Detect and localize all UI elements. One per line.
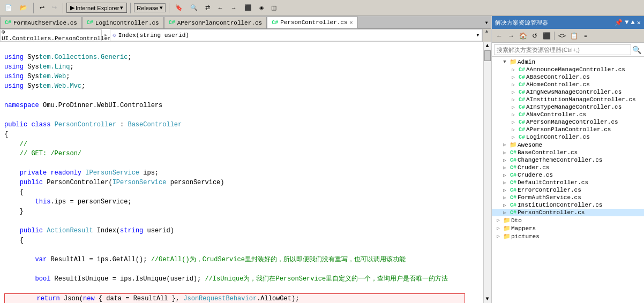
awesome-label: Awesome	[518, 142, 542, 148]
cs-file-icon: C#	[518, 67, 526, 73]
tab-form-auth[interactable]: C# FormAuthService.cs	[0, 17, 82, 28]
file-label: AHomeController.cs	[526, 81, 590, 88]
file-arrow: ▷	[509, 97, 518, 103]
file-label: APersonPlanController.cs	[526, 126, 611, 133]
list-item[interactable]: ▷ C# DefaultController.cs	[492, 179, 644, 186]
tab-close-btn[interactable]: ✕	[350, 19, 353, 26]
cs-file-icon3: C#	[169, 20, 175, 26]
pictures-folder-item[interactable]: ▷ 📁 pictures	[492, 232, 644, 240]
cs-file-icon: C#	[509, 157, 518, 163]
list-item[interactable]: ▷ C# AImgNewsManageController.cs	[492, 88, 644, 96]
release-dropdown-icon: ▾	[160, 4, 163, 11]
cs-file-icon: C#	[5, 20, 11, 26]
list-item[interactable]: ▷ C# AInsTypeManageController.cs	[492, 103, 644, 111]
debug1-btn[interactable]: ⬛	[242, 3, 254, 12]
mappers-folder-item[interactable]: ▷ 📁 Mappers	[492, 224, 644, 232]
code-editor[interactable]: using System.Collections.Generic; using …	[0, 42, 483, 303]
file-arrow: ▷	[500, 157, 509, 163]
list-item[interactable]: ▷ C# LoginController.cs	[492, 133, 644, 141]
release-btn[interactable]: Release ▾	[134, 3, 165, 12]
code-scrollbar-v[interactable]: ▲ ▼	[483, 42, 491, 303]
list-item[interactable]: ▷ C# ChangeThemeController.cs	[492, 156, 644, 164]
main-toolbar: 📄 📂 ↩ ↪ ▶ Internet Explorer ▾ Release ▾ …	[0, 0, 644, 16]
code-content: using System.Collections.Generic; using …	[0, 42, 483, 303]
search-submit-btn[interactable]: 🔍	[631, 44, 642, 55]
cs-file-icon: C#	[518, 112, 526, 118]
pictures-folder-icon: 📁	[503, 233, 511, 240]
undo-btn[interactable]: ↩	[37, 3, 47, 12]
refresh-btn[interactable]: ↺	[529, 31, 540, 41]
code-area: using System.Collections.Generic; using …	[0, 42, 491, 303]
dto-folder-item[interactable]: ▷ 📁 Dto	[492, 216, 644, 224]
tab-person[interactable]: C# PersonController.cs ✕	[267, 17, 357, 28]
scroll-thumb[interactable]	[484, 50, 491, 61]
show-all-btn[interactable]: ≡	[580, 31, 591, 41]
list-item[interactable]: ▷ C# BaseController.cs	[492, 149, 644, 156]
file-label: BaseController.cs	[518, 149, 578, 156]
pin-icon[interactable]: 📌	[615, 19, 623, 27]
nav-back-btn[interactable]: ←	[215, 4, 226, 12]
cs-file-icon: C#	[518, 89, 526, 95]
replace-btn[interactable]: ⇄	[203, 3, 213, 12]
file-label: DefaultController.cs	[518, 179, 588, 186]
cs-file-icon: C#	[509, 202, 518, 208]
scroll-down-arrow[interactable]: ▼	[484, 295, 490, 303]
bookmark-btn[interactable]: 🔖	[173, 3, 185, 12]
admin-folder-item[interactable]: ▼ 📁 Admin	[492, 58, 644, 66]
prop-pages-btn[interactable]: 📋	[568, 31, 579, 41]
code-view-btn[interactable]: <>	[557, 31, 567, 41]
scroll-up-arrow[interactable]: ▲	[484, 42, 490, 50]
list-item[interactable]: ▷ C# Cruder.cs	[492, 164, 644, 171]
cs-file-icon: C#	[509, 195, 518, 201]
list-item[interactable]: ▷ C# FormAuthService.cs	[492, 194, 644, 201]
back-btn[interactable]: ←	[494, 31, 505, 41]
file-label: LoginController.cs	[526, 134, 590, 140]
collapse-panel-btn[interactable]: ▾	[482, 17, 491, 28]
tab-person-plan[interactable]: C# APersonPlanController.cs	[164, 17, 267, 28]
list-item[interactable]: ▷ C# AHomeController.cs	[492, 81, 644, 88]
list-item[interactable]: ▷ C# APersonPlanController.cs	[492, 126, 644, 133]
solution-explorer-panel: 解决方案资源管理器 📌 ▼ ▲ ✕ ← → 🏠 ↺ ⬛ <> 📋 ≡ 🔍	[491, 16, 644, 303]
search-btn2[interactable]: 🔍	[188, 3, 200, 12]
cs-file-icon: C#	[509, 172, 518, 178]
list-item[interactable]: ▷ C# InstitutionController.cs	[492, 201, 644, 209]
toolbar-sep	[554, 32, 555, 40]
stop-btn[interactable]: ⬛	[541, 31, 552, 41]
file-label: ANavController.cs	[526, 111, 586, 118]
home-btn[interactable]: 🏠	[518, 31, 528, 41]
run-dropdown-icon: ▾	[120, 4, 123, 11]
cs-file-icon2: C#	[87, 20, 93, 26]
search-input[interactable]	[494, 44, 631, 55]
awesome-folder-item[interactable]: ▷ 📁 Awesome	[492, 141, 644, 149]
list-item[interactable]: ▷ C# ANavController.cs	[492, 111, 644, 118]
debug3-btn[interactable]: ◫	[268, 3, 279, 12]
debug2-btn[interactable]: ◈	[257, 3, 266, 12]
open-btn[interactable]: 📂	[17, 3, 30, 12]
cs-file-icon: C#	[509, 187, 518, 193]
tab-login[interactable]: C# LoginController.cs	[82, 17, 164, 28]
nav-fwd-btn[interactable]: →	[228, 4, 239, 12]
forward-btn[interactable]: →	[506, 31, 516, 41]
file-label: Crudere.cs	[518, 172, 553, 178]
list-item[interactable]: ▷ C# ABaseController.cs	[492, 73, 644, 81]
new-project-btn[interactable]: 📄	[2, 3, 15, 12]
list-item[interactable]: ▷ C# ErrorController.cs	[492, 186, 644, 194]
redo-btn[interactable]: ↪	[49, 3, 59, 12]
person-controller-item[interactable]: ▷ C# PersonController.cs	[492, 209, 644, 216]
pictures-arrow: ▷	[494, 233, 503, 239]
list-item[interactable]: ▷ C# AAnnounceManageController.cs	[492, 66, 644, 73]
namespace-dropdown[interactable]: ⊙ UI.Controllers.PersonController ▾	[0, 29, 102, 41]
method-dropdown[interactable]: ◇ Index(string userid) ▾	[110, 29, 482, 41]
file-label: ABaseController.cs	[526, 74, 590, 80]
editor-scrollbar-top[interactable]: ▲	[482, 29, 491, 42]
function-icon: ◇	[113, 32, 116, 39]
list-item[interactable]: ▷ C# APersonManageController.cs	[492, 118, 644, 126]
minimize-icon[interactable]: ▼	[625, 19, 628, 27]
run-browser-btn[interactable]: ▶ Internet Explorer ▾	[66, 3, 127, 13]
file-label: AImgNewsManageController.cs	[526, 89, 621, 95]
list-item[interactable]: ▷ C# Crudere.cs	[492, 171, 644, 179]
close-panel-icon[interactable]: ✕	[637, 19, 641, 27]
maximize-icon[interactable]: ▲	[631, 19, 635, 27]
cs-file-icon4: C#	[272, 20, 278, 26]
list-item[interactable]: ▷ C# AInstitutionManageController.cs	[492, 96, 644, 103]
